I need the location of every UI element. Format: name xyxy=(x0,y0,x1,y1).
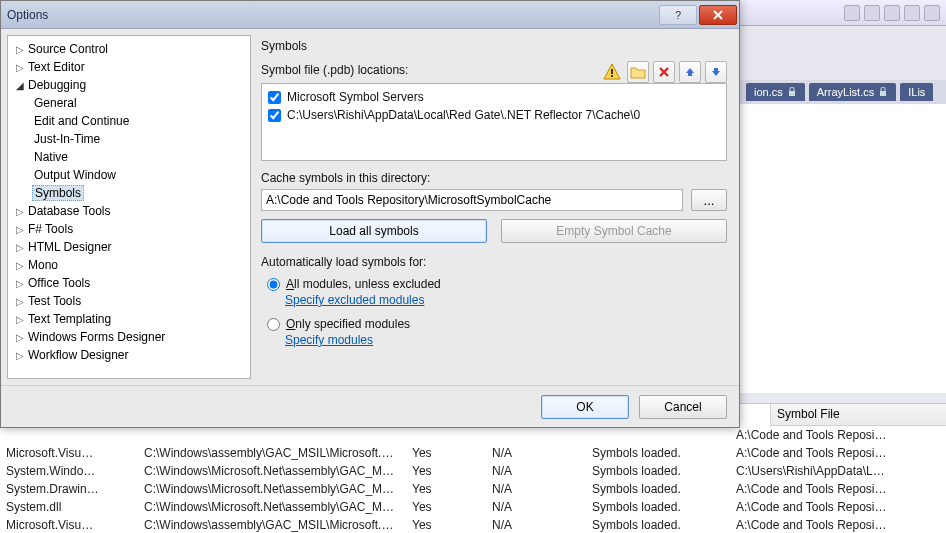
tree-item-label: Native xyxy=(32,150,70,164)
help-button[interactable]: ? xyxy=(659,5,697,25)
table-row[interactable]: System.Drawin…C:\Windows\Microsoft.Net\a… xyxy=(0,480,946,498)
browse-button[interactable]: ... xyxy=(691,189,727,211)
tree-item[interactable]: ▷Test Tools xyxy=(10,292,248,310)
svg-rect-1 xyxy=(880,91,886,96)
toolbar-icon[interactable] xyxy=(924,5,940,21)
tree-item[interactable]: General xyxy=(10,94,248,112)
cancel-button[interactable]: Cancel xyxy=(639,395,727,419)
tree-item-label: Output Window xyxy=(32,168,118,182)
tree-item[interactable]: ▷Office Tools xyxy=(10,274,248,292)
chevron-right-icon[interactable]: ▷ xyxy=(14,260,26,271)
tree-item-label: Symbols xyxy=(32,185,84,201)
tree-item-label: Text Editor xyxy=(26,60,87,74)
options-tree[interactable]: ▷Source Control▷Text Editor◢DebuggingGen… xyxy=(7,35,251,379)
tree-item[interactable]: ▷Mono xyxy=(10,256,248,274)
tree-item[interactable]: ▷F# Tools xyxy=(10,220,248,238)
cell-path: C:\Windows\Microsoft.Net\assembly\GAC_MS… xyxy=(138,500,406,514)
cache-path-input[interactable] xyxy=(261,189,683,211)
chevron-right-icon[interactable]: ▷ xyxy=(14,242,26,253)
locations-list[interactable]: Microsoft Symbol Servers C:\Users\Rishi\… xyxy=(261,83,727,161)
arrow-down-icon[interactable] xyxy=(705,61,727,83)
toolbar-icon[interactable] xyxy=(864,5,880,21)
toolbar-icon[interactable] xyxy=(904,5,920,21)
arrow-up-icon[interactable] xyxy=(679,61,701,83)
chevron-right-icon[interactable]: ▷ xyxy=(14,278,26,289)
svg-rect-4 xyxy=(611,69,613,74)
toolbar-icon[interactable] xyxy=(844,5,860,21)
cell-status: Symbols loaded. xyxy=(586,500,730,514)
cell-sym: A:\Code and Tools Reposi… xyxy=(730,518,906,532)
toolbar-icon[interactable] xyxy=(884,5,900,21)
tree-item[interactable]: ▷Text Templating xyxy=(10,310,248,328)
radio-only-modules[interactable] xyxy=(267,318,280,331)
ok-button[interactable]: OK xyxy=(541,395,629,419)
specify-excluded-link[interactable]: Specify excluded modules xyxy=(285,293,424,307)
load-all-symbols-button[interactable]: Load all symbols xyxy=(261,219,487,243)
tree-item[interactable]: Symbols xyxy=(10,184,248,202)
table-row[interactable]: System.Windo…C:\Windows\Microsoft.Net\as… xyxy=(0,462,946,480)
cell-opt: N/A xyxy=(486,464,586,478)
cell-sym: A:\Code and Tools Reposi… xyxy=(730,446,906,460)
cell-name: System.Windo… xyxy=(0,464,138,478)
tree-item[interactable]: ▷Database Tools xyxy=(10,202,248,220)
doc-tab[interactable]: ion.cs xyxy=(746,83,805,101)
table-row[interactable]: A:\Code and Tools Reposi… xyxy=(0,426,946,444)
tree-item-label: Mono xyxy=(26,258,60,272)
tree-item[interactable]: Native xyxy=(10,148,248,166)
cell-path: C:\Windows\assembly\GAC_MSIL\Microsoft.V… xyxy=(138,446,406,460)
column-header-symbol-file[interactable]: Symbol File xyxy=(770,404,946,426)
cell-name: System.dll xyxy=(0,500,138,514)
cell-name: System.Drawin… xyxy=(0,482,138,496)
locations-toolbar xyxy=(601,61,727,83)
folder-open-icon[interactable] xyxy=(627,61,649,83)
tree-item[interactable]: Output Window xyxy=(10,166,248,184)
location-row[interactable]: C:\Users\Rishi\AppData\Local\Red Gate\.N… xyxy=(266,106,722,124)
doc-tab[interactable]: ArrayList.cs xyxy=(809,83,896,101)
cell-status: Symbols loaded. xyxy=(586,446,730,460)
chevron-right-icon[interactable]: ▷ xyxy=(14,296,26,307)
location-row[interactable]: Microsoft Symbol Servers xyxy=(266,88,722,106)
dialog-footer: OK Cancel xyxy=(1,385,739,427)
specify-modules-link[interactable]: Specify modules xyxy=(285,333,373,347)
chevron-right-icon[interactable]: ▷ xyxy=(14,44,26,55)
titlebar[interactable]: Options ? xyxy=(1,1,739,29)
chevron-down-icon[interactable]: ◢ xyxy=(14,80,26,91)
cell-status: Symbols loaded. xyxy=(586,518,730,532)
chevron-right-icon[interactable]: ▷ xyxy=(14,314,26,325)
tree-item[interactable]: ▷Windows Forms Designer xyxy=(10,328,248,346)
cell-uc: Yes xyxy=(406,464,486,478)
doc-tab[interactable]: ILis xyxy=(900,83,933,101)
chevron-right-icon[interactable]: ▷ xyxy=(14,62,26,73)
radio-all-modules[interactable] xyxy=(267,278,280,291)
table-row[interactable]: Microsoft.Visu…C:\Windows\assembly\GAC_M… xyxy=(0,516,946,533)
lock-icon xyxy=(878,87,888,97)
tree-item[interactable]: Just-In-Time xyxy=(10,130,248,148)
cell-opt: N/A xyxy=(486,446,586,460)
tree-item[interactable]: ▷Text Editor xyxy=(10,58,248,76)
chevron-right-icon[interactable]: ▷ xyxy=(14,206,26,217)
location-checkbox[interactable] xyxy=(268,91,281,104)
delete-icon[interactable] xyxy=(653,61,675,83)
tab-label: ArrayList.cs xyxy=(817,86,874,98)
tree-item[interactable]: ▷HTML Designer xyxy=(10,238,248,256)
empty-symbol-cache-button[interactable]: Empty Symbol Cache xyxy=(501,219,727,243)
table-row[interactable]: Microsoft.Visu…C:\Windows\assembly\GAC_M… xyxy=(0,444,946,462)
close-button[interactable] xyxy=(699,5,737,25)
tree-item-label: Test Tools xyxy=(26,294,83,308)
location-checkbox[interactable] xyxy=(268,109,281,122)
tree-item-label: Source Control xyxy=(26,42,110,56)
chevron-right-icon[interactable]: ▷ xyxy=(14,224,26,235)
chevron-right-icon[interactable]: ▷ xyxy=(14,350,26,361)
tree-item[interactable]: ▷Workflow Designer xyxy=(10,346,248,364)
cell-path: C:\Windows\Microsoft.Net\assembly\GAC_MS… xyxy=(138,482,406,496)
tree-item-label: General xyxy=(32,96,79,110)
cell-uc: Yes xyxy=(406,446,486,460)
tree-item[interactable]: ◢Debugging xyxy=(10,76,248,94)
table-row[interactable]: System.dllC:\Windows\Microsoft.Net\assem… xyxy=(0,498,946,516)
tree-item[interactable]: ▷Source Control xyxy=(10,40,248,58)
tree-item[interactable]: Edit and Continue xyxy=(10,112,248,130)
document-tabs: ion.cs ArrayList.cs ILis xyxy=(740,80,946,104)
tab-label: ILis xyxy=(908,86,925,98)
location-text: C:\Users\Rishi\AppData\Local\Red Gate\.N… xyxy=(287,108,640,122)
chevron-right-icon[interactable]: ▷ xyxy=(14,332,26,343)
